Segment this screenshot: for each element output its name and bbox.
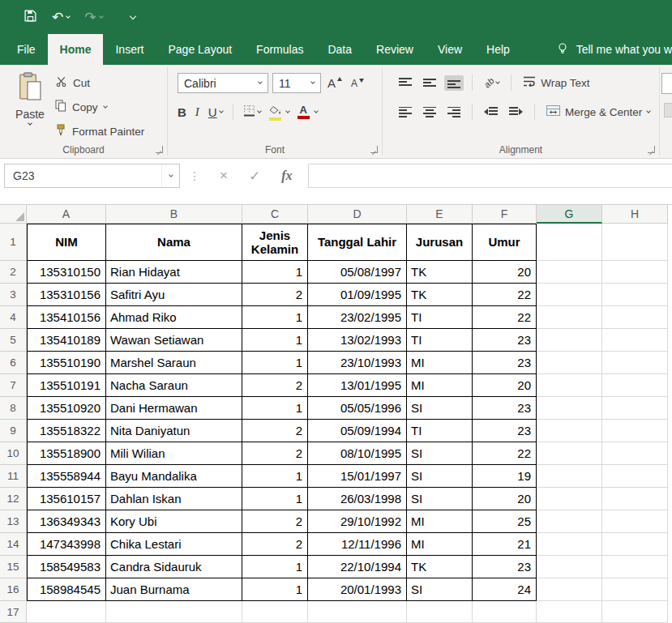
shrink-font-button[interactable]: A [349,77,366,90]
tab-formulas[interactable]: Formulas [244,34,315,65]
cell-C10[interactable]: 2 [242,442,308,465]
cell-A16[interactable]: 158984545 [27,578,106,601]
cell-E6[interactable]: MI [407,352,473,374]
cell-B15[interactable]: Candra Sidauruk [106,556,242,578]
cell-D13[interactable]: 29/10/1992 [308,510,407,533]
cell-F15[interactable]: 23 [473,556,537,578]
top-align-button[interactable] [396,75,415,91]
cell-D1[interactable]: Tanggal Lahir [308,224,407,261]
format-painter-button[interactable]: Format Painter [55,122,144,140]
row-header-5[interactable]: 5 [0,329,27,352]
row-header-11[interactable]: 11 [0,465,27,488]
cell-F1[interactable]: Umur [473,224,537,261]
cell-A1[interactable]: NIM [27,224,106,261]
cell-B3[interactable]: Safitri Ayu [106,284,242,306]
cell-F3[interactable]: 22 [473,284,537,306]
grow-font-button[interactable]: A [325,75,345,91]
cell-E17[interactable] [407,601,473,623]
cell-H4[interactable] [602,306,668,329]
row-header-15[interactable]: 15 [0,556,27,578]
cell-B5[interactable]: Wawan Setiawan [106,329,242,352]
cell-D10[interactable]: 08/10/1995 [308,442,407,465]
tab-page-layout[interactable]: Page Layout [156,34,244,65]
cell-G14[interactable] [537,533,602,556]
cell-H12[interactable] [602,488,668,510]
cell-E13[interactable]: MI [407,510,473,533]
cell-B9[interactable]: Nita Daniyatun [106,420,242,442]
cell-E3[interactable]: TK [407,284,473,306]
cell-D15[interactable]: 22/10/1994 [308,556,407,578]
row-header-4[interactable]: 4 [0,306,27,329]
cell-C6[interactable]: 1 [242,352,308,374]
borders-button[interactable] [243,105,261,119]
merge-center-button[interactable]: Merge & Center [543,102,653,122]
cell-G16[interactable] [537,578,602,601]
cell-D12[interactable]: 26/03/1998 [308,488,407,510]
cell-F5[interactable]: 23 [473,329,537,352]
cell-B14[interactable]: Chika Lestari [106,533,242,556]
cell-B6[interactable]: Marshel Saraun [106,352,242,374]
cell-H6[interactable] [602,352,668,374]
font-size-combobox[interactable]: 11 [272,73,321,93]
cell-F7[interactable]: 20 [473,374,537,397]
cell-D8[interactable]: 05/05/1996 [308,397,407,420]
cell-D14[interactable]: 12/11/1996 [308,533,407,556]
cell-C1[interactable]: Jenis Kelamin [242,224,308,261]
select-all-button[interactable] [0,205,27,224]
tab-review[interactable]: Review [364,34,426,65]
column-header-a[interactable]: A [27,205,106,224]
cell-E2[interactable]: TK [407,261,473,284]
row-header-12[interactable]: 12 [0,488,27,510]
font-dialog-launcher-icon[interactable] [370,146,378,153]
cell-B1[interactable]: Nama [106,224,242,261]
cell-A7[interactable]: 135510191 [27,374,106,397]
cell-G17[interactable] [537,601,602,623]
cell-G4[interactable] [537,306,602,329]
cell-H14[interactable] [602,533,668,556]
cell-E4[interactable]: TI [407,306,473,329]
cell-A10[interactable]: 135518900 [27,442,106,465]
cancel-button[interactable]: × [209,168,238,184]
cell-A13[interactable]: 136349343 [27,510,106,533]
cell-D16[interactable]: 20/01/1993 [308,578,407,601]
cell-A8[interactable]: 135510920 [27,397,106,420]
bottom-align-button[interactable] [444,75,464,91]
middle-align-button[interactable] [420,75,439,91]
cell-F14[interactable]: 21 [473,533,537,556]
cell-H7[interactable] [602,374,668,397]
cell-A12[interactable]: 135610157 [27,488,106,510]
name-box[interactable]: G23 [4,164,180,188]
cell-G5[interactable] [537,329,602,352]
cut-button[interactable]: Cut [55,74,144,92]
cell-F17[interactable] [473,601,537,623]
cell-C11[interactable]: 1 [242,465,308,488]
cell-H13[interactable] [602,510,668,533]
row-header-8[interactable]: 8 [0,397,27,420]
row-header-13[interactable]: 13 [0,510,27,533]
cell-C8[interactable]: 1 [242,397,308,420]
cell-B4[interactable]: Ahmad Riko [106,306,242,329]
cell-C5[interactable]: 1 [242,329,308,352]
cell-D7[interactable]: 13/01/1995 [308,374,407,397]
cell-F12[interactable]: 20 [473,488,537,510]
tab-file[interactable]: File [5,34,48,65]
orientation-button[interactable]: ab [481,75,503,90]
cell-H17[interactable] [602,601,668,623]
align-center-button[interactable] [420,105,439,120]
tab-view[interactable]: View [426,34,474,65]
cell-B12[interactable]: Dahlan Iskan [106,488,242,510]
enter-button[interactable]: ✓ [238,168,271,185]
cell-G3[interactable] [537,284,602,306]
cell-D6[interactable]: 23/10/1993 [308,352,407,374]
cell-E10[interactable]: SI [407,442,473,465]
cell-E15[interactable]: TK [407,556,473,578]
cell-G12[interactable] [537,488,602,510]
cell-G11[interactable] [537,465,602,488]
row-header-10[interactable]: 10 [0,442,27,465]
cell-B8[interactable]: Dani Hermawan [106,397,242,420]
column-header-b[interactable]: B [106,205,242,224]
cell-G10[interactable] [537,442,602,465]
cell-G6[interactable] [537,352,602,374]
cell-C13[interactable]: 2 [242,510,308,533]
cell-H9[interactable] [602,420,668,442]
